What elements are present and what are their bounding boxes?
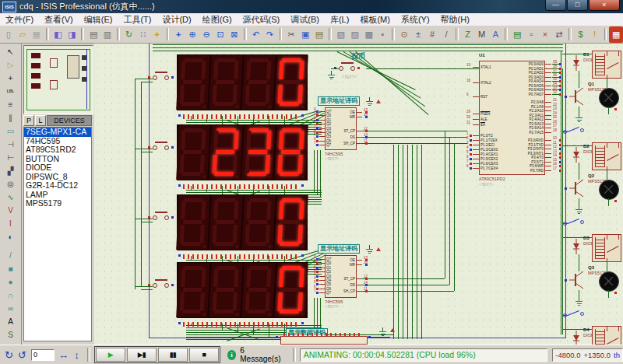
seven-segment-display[interactable] bbox=[177, 124, 308, 180]
rotate-clockwise-button[interactable]: ↻ bbox=[2, 348, 16, 362]
2d-box-mode-button[interactable]: ■ bbox=[2, 262, 19, 275]
block-move-button[interactable]: ▨ bbox=[348, 26, 362, 43]
mirror-vertical-button[interactable]: ↕ bbox=[70, 348, 83, 362]
lamp[interactable] bbox=[599, 271, 619, 292]
schematic-canvas[interactable]: 投币<TEXT>显示地址译码9Q7'15Q01Q12Q23Q34Q45Q56Q6… bbox=[94, 44, 623, 345]
library-manager-button[interactable]: L bbox=[35, 115, 46, 126]
paste-button[interactable]: ▤ bbox=[312, 26, 326, 43]
device-item[interactable]: DIODE bbox=[24, 163, 91, 173]
pick-devices-button[interactable]: P bbox=[23, 115, 34, 126]
search-tag-button[interactable]: M bbox=[475, 26, 489, 43]
diode[interactable] bbox=[572, 147, 580, 164]
menu-item-2[interactable]: 查看(V) bbox=[39, 14, 79, 26]
menu-item-3[interactable]: 编辑(E) bbox=[79, 14, 118, 26]
diode[interactable] bbox=[572, 55, 580, 72]
print-button[interactable]: ▤ bbox=[86, 26, 100, 43]
seven-segment-display[interactable] bbox=[177, 262, 308, 318]
overview-minimap[interactable] bbox=[23, 45, 93, 114]
redraw-button[interactable]: ↻ bbox=[122, 26, 136, 43]
relay[interactable] bbox=[592, 142, 621, 170]
pause-button[interactable]: ▮▮ bbox=[158, 348, 188, 362]
message-count[interactable]: 6 Message(s) bbox=[240, 346, 282, 363]
block-copy-button[interactable]: ▧ bbox=[334, 26, 348, 43]
device-item[interactable]: 7SEG-MPX1-CA bbox=[24, 128, 91, 137]
coin-push-button[interactable] bbox=[339, 62, 356, 70]
pick-device-button[interactable]: ⊙ bbox=[397, 26, 411, 43]
block-rotate-button[interactable]: ▩ bbox=[362, 26, 376, 43]
rotation-angle-input[interactable] bbox=[31, 349, 55, 361]
open-folder-button[interactable]: ▱ bbox=[16, 26, 30, 43]
property-assignment-button[interactable]: A bbox=[489, 26, 503, 43]
netlist-to-ares-button[interactable]: ▦ bbox=[609, 26, 623, 43]
selection-pointer-mode-button[interactable]: ↖ bbox=[2, 45, 19, 58]
export-section-button[interactable]: ◨ bbox=[65, 26, 79, 43]
cut-button[interactable]: ✂ bbox=[284, 26, 298, 43]
relay[interactable] bbox=[592, 326, 621, 345]
new-sheet-button[interactable]: ▫ bbox=[524, 26, 538, 43]
terminals-mode-button[interactable]: ⊣ bbox=[2, 138, 19, 150]
stop-button[interactable]: ■ bbox=[189, 348, 219, 362]
mirror-horizontal-button[interactable]: ↔ bbox=[57, 348, 70, 362]
decompose-button[interactable]: / bbox=[439, 26, 453, 43]
lamp[interactable] bbox=[599, 88, 619, 108]
menu-item-5[interactable]: 设计(D) bbox=[157, 14, 196, 26]
menu-item-1[interactable]: 文件(F) bbox=[0, 14, 39, 26]
menu-item-9[interactable]: 库(L) bbox=[325, 14, 354, 26]
subcircuit-mode-button[interactable]: ▭ bbox=[2, 124, 19, 137]
menu-item-12[interactable]: 帮助(H) bbox=[435, 14, 475, 26]
bill-of-materials-button[interactable]: $ bbox=[574, 26, 588, 43]
step-button[interactable]: ▶▮ bbox=[127, 348, 157, 362]
push-button[interactable] bbox=[153, 72, 170, 79]
buses-mode-button[interactable]: ∥ bbox=[2, 111, 19, 124]
zoom-all-button[interactable]: ⊠ bbox=[227, 26, 241, 43]
zoom-region-button[interactable]: ⊡ bbox=[213, 26, 227, 43]
graph-mode-button[interactable]: ▞ bbox=[2, 164, 19, 177]
minimize-button[interactable]: — bbox=[545, 0, 566, 11]
goto-sheet-button[interactable]: ⇄ bbox=[552, 26, 566, 43]
play-button[interactable]: ▶ bbox=[96, 348, 125, 362]
2d-symbols-mode-button[interactable]: S bbox=[2, 328, 19, 341]
2d-line-mode-button[interactable]: / bbox=[2, 249, 19, 261]
seven-segment-display[interactable] bbox=[177, 54, 308, 110]
remove-sheet-button[interactable]: × bbox=[538, 26, 552, 43]
switch-symbol[interactable] bbox=[568, 310, 579, 316]
push-button[interactable] bbox=[153, 142, 170, 149]
menu-item-11[interactable]: 系统(Y) bbox=[396, 14, 435, 26]
2d-text-mode-button[interactable]: A bbox=[2, 315, 19, 327]
push-button[interactable] bbox=[153, 279, 170, 287]
make-device-button[interactable]: ± bbox=[411, 26, 425, 43]
diode[interactable] bbox=[572, 331, 580, 345]
relay[interactable] bbox=[592, 234, 621, 262]
undo-button[interactable]: ↶ bbox=[249, 26, 263, 43]
device-item[interactable]: G2R-14-DC12 bbox=[24, 181, 91, 191]
wire-label-mode-button[interactable]: LBL bbox=[2, 85, 19, 97]
switch-symbol[interactable] bbox=[568, 127, 579, 132]
transistor[interactable] bbox=[569, 86, 586, 108]
copy-button[interactable]: ▣ bbox=[298, 26, 312, 43]
design-explorer-button[interactable]: ▤ bbox=[510, 26, 524, 43]
wire-autorouter-button[interactable]: Z bbox=[461, 26, 475, 43]
menu-item-6[interactable]: 绘图(G) bbox=[197, 14, 238, 26]
device-pins-mode-button[interactable]: ⊢ bbox=[2, 151, 19, 163]
tape-recorder-mode-button[interactable]: ◎ bbox=[2, 177, 19, 190]
pan-button[interactable]: + bbox=[171, 26, 185, 43]
2d-arc-mode-button[interactable]: ∩ bbox=[2, 289, 19, 301]
text-script-mode-button[interactable]: ≡ bbox=[2, 98, 19, 110]
lamp[interactable] bbox=[599, 180, 619, 200]
2d-path-mode-button[interactable]: ∞ bbox=[2, 302, 19, 314]
data-decoder-chip[interactable] bbox=[280, 336, 368, 345]
rotate-anticlockwise-button[interactable]: ↺ bbox=[16, 348, 29, 362]
toggle-origin-button[interactable]: + bbox=[150, 26, 164, 43]
zoom-in-button[interactable]: ⊕ bbox=[185, 26, 199, 43]
generator-mode-button[interactable]: ∿ bbox=[2, 191, 19, 203]
close-button[interactable]: × bbox=[589, 0, 620, 11]
diode[interactable] bbox=[572, 239, 580, 256]
packaging-tool-button[interactable]: # bbox=[425, 26, 439, 43]
redo-button[interactable]: ↷ bbox=[263, 26, 277, 43]
seven-segment-display[interactable] bbox=[177, 194, 308, 250]
relay[interactable] bbox=[592, 51, 621, 79]
push-button[interactable] bbox=[153, 212, 170, 219]
block-delete-button[interactable]: ▪ bbox=[376, 26, 390, 43]
device-item[interactable]: MPS5179 bbox=[24, 199, 91, 208]
transistor[interactable] bbox=[569, 178, 586, 200]
